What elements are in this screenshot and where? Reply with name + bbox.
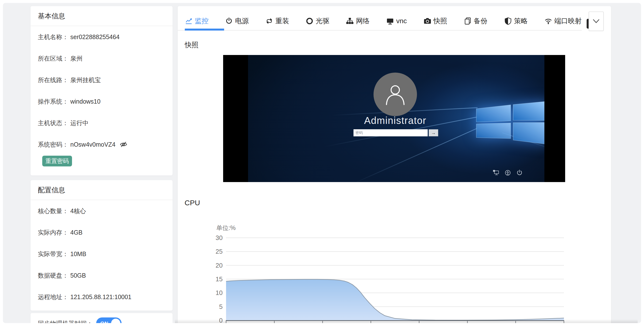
network-icon: [346, 17, 354, 25]
host-name-value: ser022888255464: [70, 34, 120, 41]
chevron-down-icon: [592, 19, 600, 24]
sync-time-label: 同步物理机器时间：: [38, 319, 93, 323]
tab-snapshot[interactable]: 快照: [424, 16, 447, 26]
power-icon: [225, 17, 233, 25]
tab-network-label: 网络: [356, 16, 370, 26]
tab-monitor[interactable]: 监控: [185, 16, 208, 26]
region-label: 所在区域：: [38, 55, 68, 63]
svg-text:10: 10: [216, 289, 223, 296]
camera-icon: [424, 17, 431, 25]
svg-text:20: 20: [216, 262, 223, 269]
more-tabs-button[interactable]: [588, 12, 604, 31]
monitor-icon: [386, 17, 394, 25]
os-row: 操作系统： windows10: [30, 91, 172, 112]
page-background: 基本信息 主机名称： ser022888255464 所在区域： 泉州 所在线路…: [3, 3, 641, 323]
memory-value: 4GB: [70, 229, 82, 236]
toggle-on-label: ON: [100, 320, 109, 323]
password-label: 系统密码：: [38, 141, 68, 149]
tab-port-mapping[interactable]: 端口映射: [544, 16, 582, 26]
disk-row: 数据硬盘： 50GB: [30, 265, 172, 286]
tab-vnc-label: vnc: [396, 17, 407, 25]
svg-text:5: 5: [219, 303, 223, 310]
tab-reinstall[interactable]: 重装: [265, 16, 289, 26]
bandwidth-value: 10MB: [70, 250, 86, 258]
line-value: 泉州挂机宝: [70, 76, 101, 84]
cpu-chart-container: 单位:%051015202530: [210, 224, 566, 323]
region-row: 所在区域： 泉州: [30, 48, 172, 69]
vps-console-window: { "sidebar": { "basic": { "title": "基本信息…: [0, 0, 644, 326]
tab-reinstall-label: 重装: [275, 16, 289, 26]
active-tab-underline: [185, 29, 224, 31]
login-corner-icons: [493, 169, 523, 176]
cores-label: 核心数量：: [38, 207, 68, 215]
tab-power[interactable]: 电源: [225, 16, 249, 26]
copy-icon: [464, 17, 472, 25]
login-password-placeholder: 密码: [356, 131, 363, 135]
host-name-label: 主机名称：: [38, 33, 68, 41]
line-label: 所在线路：: [38, 76, 68, 84]
cores-row: 核心数量： 4核心: [30, 200, 172, 222]
reinstall-icon: [265, 17, 273, 25]
password-row: 系统密码： nOsw4v0moVZ4: [30, 134, 172, 155]
disk-label: 数据硬盘：: [38, 271, 68, 279]
tab-port-mapping-label: 端口映射: [554, 16, 582, 26]
ease-of-access-icon: [504, 169, 511, 176]
sync-time-card: 同步物理机器时间： ON: [30, 313, 172, 323]
eye-off-icon[interactable]: [120, 141, 128, 148]
basic-info-card: 基本信息 主机名称： ser022888255464 所在区域： 泉州 所在线路…: [30, 6, 172, 175]
memory-label: 实际内存：: [38, 228, 68, 237]
status-label: 主机状态：: [38, 119, 68, 127]
bandwidth-label: 实际带宽：: [38, 250, 68, 258]
toggle-knob: [111, 319, 120, 323]
tab-policy[interactable]: 策略: [504, 16, 528, 26]
login-avatar: [374, 73, 417, 116]
main-panel: 监控 电源 重装: [178, 6, 611, 323]
vnc-snapshot-image: Administrator 密码 →: [223, 55, 565, 182]
os-value: windows10: [70, 98, 100, 105]
cpu-section-title: CPU: [184, 199, 200, 207]
svg-text:25: 25: [216, 248, 223, 255]
os-label: 操作系统：: [38, 98, 68, 106]
shield-icon: [504, 17, 512, 25]
svg-text:0: 0: [219, 317, 223, 323]
login-username: Administrator: [346, 115, 444, 126]
windows-logo: [476, 101, 544, 145]
disc-icon: [306, 17, 314, 25]
line-chart-icon: [185, 17, 192, 25]
cores-value: 4核心: [70, 207, 86, 215]
tab-backup[interactable]: 备份: [464, 16, 488, 26]
tab-power-label: 电源: [235, 16, 249, 26]
tab-network[interactable]: 网络: [346, 16, 370, 26]
svg-text:单位:%: 单位:%: [216, 224, 236, 231]
tab-monitor-label: 监控: [195, 16, 208, 26]
svg-text:30: 30: [216, 234, 223, 241]
config-info-card: 配置信息 核心数量： 4核心 实际内存： 4GB 实际带宽： 10MB 数据硬盘…: [30, 180, 172, 310]
tab-vnc[interactable]: vnc: [386, 17, 407, 25]
tab-cdrom[interactable]: 光驱: [306, 16, 329, 26]
remote-address-label: 远程地址：: [38, 293, 68, 301]
login-password-field: 密码: [354, 129, 428, 136]
reset-password-button[interactable]: 重置密码: [42, 156, 72, 166]
config-info-title: 配置信息: [30, 180, 172, 200]
tab-cdrom-label: 光驱: [316, 16, 329, 26]
remote-address-row: 远程地址： 121.205.88.121:10001: [30, 286, 172, 308]
windows-wallpaper: Administrator 密码 →: [248, 55, 544, 182]
snapshot-section-title: 快照: [185, 40, 611, 50]
power-icon: [516, 169, 523, 176]
reset-password-row: 重置密码: [30, 155, 172, 166]
memory-row: 实际内存： 4GB: [30, 222, 172, 243]
network-status-icon: [493, 169, 500, 176]
wifi-icon: [544, 17, 552, 25]
host-name-row: 主机名称： ser022888255464: [30, 26, 172, 48]
remote-address-value: 121.205.88.121:10001: [70, 293, 131, 300]
tab-snapshot-label: 快照: [434, 16, 447, 26]
status-value: 运行中: [70, 119, 88, 127]
basic-info-title: 基本信息: [30, 6, 172, 26]
login-submit-button: →: [429, 129, 438, 136]
cpu-chart: 单位:%051015202530: [210, 224, 566, 323]
status-row: 主机状态： 运行中: [30, 112, 172, 134]
sync-time-toggle[interactable]: ON: [96, 317, 122, 323]
tab-backup-label: 备份: [474, 16, 488, 26]
tab-policy-label: 策略: [514, 16, 528, 26]
disk-value: 50GB: [70, 272, 86, 279]
